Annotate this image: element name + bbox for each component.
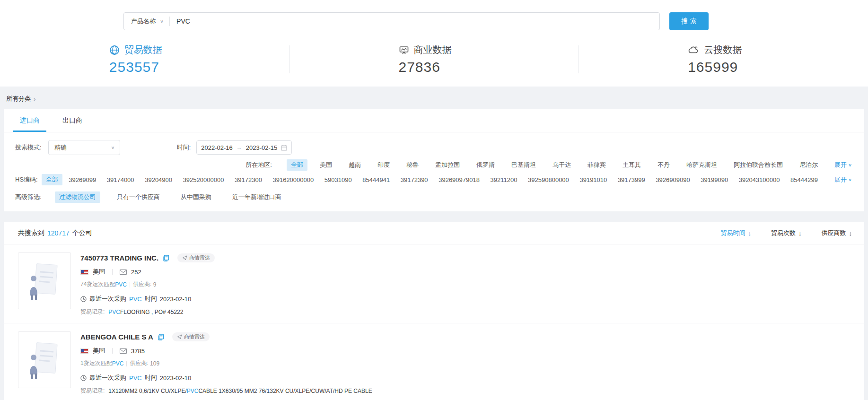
region-chip[interactable]: 巴基斯坦: [507, 159, 540, 171]
globe-icon: [109, 45, 120, 55]
advanced-chip[interactable]: 从中国采购: [176, 191, 216, 203]
mail-count: 252: [131, 269, 141, 276]
expand-label: 展开: [834, 161, 847, 169]
results-count: 120717: [47, 229, 70, 237]
sort-trade-count[interactable]: 贸易次数 ↓: [771, 229, 802, 237]
document-icon[interactable]: [158, 334, 164, 340]
hs-chip[interactable]: 全部: [42, 174, 62, 185]
cloud-icon: [688, 45, 699, 55]
hs-chip[interactable]: 39204900: [140, 175, 176, 185]
supplier-count: 9: [153, 281, 157, 288]
region-chip[interactable]: 不丹: [653, 159, 674, 171]
region-chip[interactable]: 阿拉伯联合酋长国: [729, 159, 787, 171]
match-prefix: 74货运次匹配: [80, 280, 115, 288]
hs-chip[interactable]: 392520000000: [179, 175, 228, 185]
region-chip[interactable]: 土耳其: [618, 159, 645, 171]
clock-icon: [80, 375, 87, 381]
record-pre: 1X120MM2 0,6/1KV CU/XLPE/: [108, 388, 186, 394]
stat-trade-data[interactable]: 贸易数据 253557: [0, 43, 289, 75]
hs-chip[interactable]: 392590800000: [524, 175, 573, 185]
company-card: 7450773 TRADING INC. 商情雷达 美国 25: [4, 244, 864, 323]
region-chip[interactable]: 越南: [344, 159, 365, 171]
recent-prefix: 最近一次采购: [89, 374, 126, 382]
sort-supplier-count[interactable]: 供应商数 ↓: [822, 229, 852, 237]
match-keyword[interactable]: PVC: [115, 281, 127, 288]
region-chip[interactable]: 乌干达: [548, 159, 575, 171]
hs-chip[interactable]: 392690979018: [434, 175, 484, 185]
business-radar-badge[interactable]: 商情雷达: [177, 253, 215, 262]
advanced-label: 高级筛选:: [15, 193, 42, 201]
region-chip[interactable]: 菲律宾: [583, 159, 610, 171]
hs-expand-link[interactable]: 展开 ∨: [834, 175, 852, 184]
record-keyword[interactable]: PVC: [187, 388, 199, 394]
business-radar-badge[interactable]: 商情雷达: [172, 332, 210, 341]
stat-cloud-data[interactable]: 云搜数据 165999: [579, 43, 868, 75]
advanced-chip[interactable]: 近一年新增进口商: [228, 191, 286, 203]
search-button[interactable]: 搜 索: [669, 12, 709, 30]
region-chip[interactable]: 秘鲁: [402, 159, 423, 171]
record-post: CABLE 1X630/95 MM2 76/132KV CU/XLPE/CUW/…: [198, 388, 372, 394]
stats-row: 贸易数据 253557 商业数据 27836: [0, 43, 868, 75]
calendar-icon: [281, 145, 287, 151]
hs-chip[interactable]: 39269099: [64, 175, 100, 185]
recent-keyword[interactable]: PVC: [129, 296, 142, 303]
region-chip[interactable]: 孟加拉国: [431, 159, 464, 171]
document-icon[interactable]: [163, 255, 169, 261]
hs-chip[interactable]: 39199090: [696, 175, 732, 185]
recent-mid: 时间: [145, 374, 157, 382]
search-mode-select[interactable]: 精确 ∨: [48, 140, 120, 155]
tab-exporter[interactable]: 出口商: [62, 109, 82, 132]
advanced-chip[interactable]: 只有一个供应商: [113, 191, 164, 203]
search-category-label: 产品名称: [131, 17, 156, 26]
hs-chip[interactable]: 39174000: [103, 175, 139, 185]
stat-business-data[interactable]: 商业数据 27836: [289, 43, 579, 75]
arrow-down-icon: ↓: [748, 230, 752, 237]
badge-label: 商情雷达: [189, 254, 210, 261]
breadcrumb[interactable]: 所有分类 ›: [0, 87, 868, 109]
region-chip[interactable]: 美国: [316, 159, 336, 171]
mail-icon: [120, 348, 127, 354]
stat-value: 165999: [688, 59, 759, 75]
hs-chip[interactable]: 39173999: [614, 175, 649, 185]
date-range-picker[interactable]: 2022-02-16 → 2023-02-15: [196, 140, 292, 155]
supplier-count: 109: [150, 360, 159, 367]
hs-chip[interactable]: 39172390: [396, 175, 432, 185]
hs-chip[interactable]: 85444299: [786, 175, 822, 185]
hs-chip[interactable]: 3926909090: [651, 175, 694, 185]
sort-label: 贸易次数: [771, 229, 796, 237]
stat-label: 云搜数据: [704, 43, 742, 56]
arrow-down-icon: ↓: [849, 230, 852, 237]
hs-chip[interactable]: 392043100000: [735, 175, 784, 185]
company-name[interactable]: 7450773 TRADING INC.: [80, 254, 158, 262]
region-chip[interactable]: 尼泊尔: [795, 159, 822, 171]
results-panel: 共搜索到 120717 个公司 贸易时间 ↓ 贸易次数 ↓ 供应商数 ↓ 745…: [4, 222, 864, 400]
hs-chip[interactable]: 39211200: [486, 175, 522, 185]
mail-icon: [120, 270, 127, 275]
recent-mid: 时间: [145, 295, 157, 303]
region-chip[interactable]: 俄罗斯: [472, 159, 499, 171]
hs-chip[interactable]: 85444941: [358, 175, 394, 185]
hs-label: HS编码:: [15, 175, 38, 184]
sort-trade-time[interactable]: 贸易时间 ↓: [721, 229, 752, 237]
match-keyword[interactable]: PVC: [112, 360, 124, 367]
region-chip[interactable]: 哈萨克斯坦: [682, 159, 721, 171]
hs-chip[interactable]: 391620000000: [268, 175, 318, 185]
tab-importer[interactable]: 进口商: [20, 109, 40, 132]
search-category-select[interactable]: 产品名称 ∨: [124, 17, 169, 26]
company-name[interactable]: ABENGOA CHILE S A: [80, 333, 153, 341]
search-mode-label: 搜索模式:: [15, 143, 42, 152]
record-keyword[interactable]: PVC: [108, 309, 120, 315]
hs-chip[interactable]: 39172300: [230, 175, 266, 185]
region-expand-link[interactable]: 展开 ∨: [834, 161, 852, 169]
advanced-chip[interactable]: 过滤物流公司: [55, 191, 100, 203]
search-input[interactable]: [170, 17, 659, 25]
hs-chip[interactable]: 39191010: [575, 175, 611, 185]
clock-icon: [80, 296, 87, 302]
recent-keyword[interactable]: PVC: [129, 374, 142, 382]
hs-chip[interactable]: 59031090: [320, 175, 356, 185]
company-placeholder-image: [18, 252, 71, 309]
filter-panel: 进口商 出口商 搜索模式: 精确 ∨ 时间: 2022-02-16 → 2023…: [4, 109, 864, 211]
region-chip[interactable]: 印度: [373, 159, 394, 171]
record-label: 贸易记录:: [80, 308, 105, 316]
region-chip[interactable]: 全部: [287, 159, 307, 171]
